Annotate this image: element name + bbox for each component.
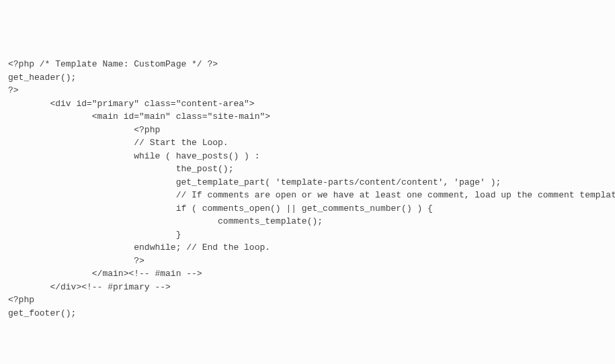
code-line: // Start the Loop.	[8, 136, 607, 150]
code-line: <?php /* Template Name: CustomPage */ ?>	[8, 58, 607, 71]
code-line: get_footer();	[8, 307, 607, 320]
code-line: the_post();	[8, 163, 607, 176]
code-line: ?>	[8, 84, 607, 97]
code-line: while ( have_posts() ) :	[8, 150, 607, 163]
code-line: if ( comments_open() || get_comments_num…	[8, 202, 607, 216]
code-line: get_template_part( 'template-parts/conte…	[8, 176, 607, 189]
code-block[interactable]: <?php /* Template Name: CustomPage */ ?>…	[8, 58, 607, 320]
code-line: <main id="main" class="site-main">	[8, 110, 607, 124]
code-line: ?>	[8, 255, 607, 268]
code-line: <?php	[8, 293, 607, 307]
code-line: <?php	[8, 124, 607, 137]
code-line: <div id="primary" class="content-area">	[8, 97, 607, 111]
code-line: comments_template();	[8, 215, 607, 228]
code-line: </div><!-- #primary -->	[8, 281, 607, 294]
code-line: </main><!-- #main -->	[8, 267, 607, 281]
code-line: endwhile; // End the loop.	[8, 241, 607, 255]
code-line: }	[8, 228, 607, 242]
code-line: // If comments are open or we have at le…	[8, 189, 607, 202]
code-line: get_header();	[8, 71, 607, 85]
